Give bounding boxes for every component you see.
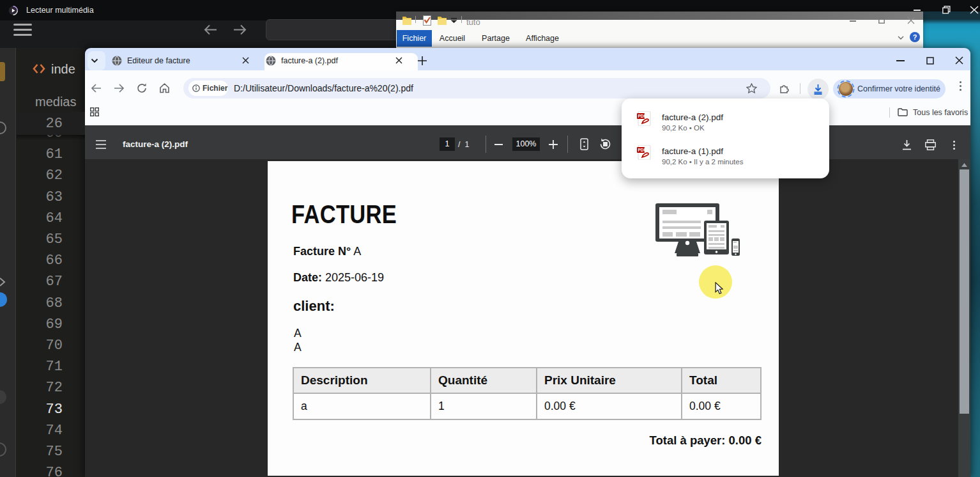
svg-text:PDF: PDF [638,114,647,118]
svg-text:PDF: PDF [638,148,647,152]
